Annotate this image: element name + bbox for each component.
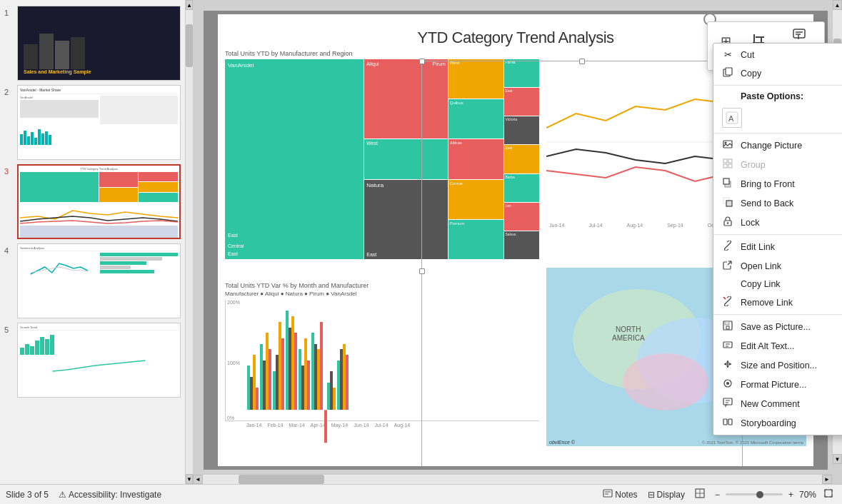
paste-option-a[interactable]: A xyxy=(722,108,742,128)
context-menu-copy[interactable]: Copy xyxy=(713,64,842,83)
slide-image-4[interactable]: Sentiment Analysis xyxy=(17,243,181,318)
svg-rect-15 xyxy=(726,68,732,75)
svg-rect-27 xyxy=(726,201,732,206)
context-menu-lock[interactable]: Lock xyxy=(713,213,842,232)
zoom-level-label: 70% xyxy=(799,490,816,500)
accessibility-icon: ⚠ xyxy=(59,490,66,500)
main-hscrollbar[interactable]: ◄ ► xyxy=(193,474,832,484)
slide-thumb-4[interactable]: 4 Sentiment Analysis xyxy=(4,243,181,318)
vscroll-down-main[interactable]: ▼ xyxy=(833,454,842,464)
view-normal-button[interactable] xyxy=(692,487,708,502)
context-menu-edit-alt-text[interactable]: Edit Alt Text... xyxy=(713,336,842,356)
main-editing-area: YTD Category Trend Analysis Total Units … xyxy=(193,0,842,484)
slide-thumb-2[interactable]: 2 VanArsdel - Market Share VanArsdel xyxy=(4,85,181,160)
svg-rect-21 xyxy=(728,159,732,163)
vscroll-track[interactable] xyxy=(186,10,193,474)
copy-label: Copy xyxy=(741,69,842,79)
zoom-plus-button[interactable]: + xyxy=(786,488,796,501)
hscroll-left[interactable]: ◄ xyxy=(193,475,203,484)
slide-number-5: 5 xyxy=(4,323,13,334)
svg-rect-10 xyxy=(793,29,805,38)
context-menu-remove-link[interactable]: Remove Link xyxy=(713,293,842,312)
format-picture-label: Format Picture... xyxy=(741,380,842,390)
bring-to-front-icon xyxy=(722,178,733,190)
remove-link-icon xyxy=(722,296,733,308)
separator-after-copy xyxy=(713,85,842,86)
svg-rect-20 xyxy=(723,159,727,163)
vscroll-down[interactable]: ▼ xyxy=(186,474,193,484)
fit-slide-button[interactable] xyxy=(821,487,836,502)
context-menu-size-position[interactable]: Size and Position... xyxy=(713,356,842,375)
change-picture-label: Change Picture xyxy=(741,141,842,151)
status-left: Slide 3 of 5 ⚠ Accessibility: Investigat… xyxy=(6,488,591,501)
context-menu-format-picture[interactable]: Format Picture... xyxy=(713,375,842,394)
vscroll-up[interactable]: ▲ xyxy=(186,0,193,10)
accessibility-button[interactable]: ⚠ Accessibility: Investigate xyxy=(56,488,164,501)
svg-point-29 xyxy=(727,222,728,223)
svg-rect-22 xyxy=(723,164,727,168)
context-menu-new-comment[interactable]: New Comment xyxy=(713,394,842,413)
svg-rect-25 xyxy=(723,178,729,184)
svg-text:A: A xyxy=(728,114,734,123)
slide-number-2: 2 xyxy=(4,85,13,96)
hscroll-thumb[interactable] xyxy=(239,475,324,484)
slide-image-3[interactable]: YTD Category Trend Analysis xyxy=(17,164,181,239)
zoom-minus-button[interactable]: − xyxy=(712,488,723,501)
size-position-label: Size and Position... xyxy=(741,361,842,371)
context-menu-save-as-picture[interactable]: Save as Picture... xyxy=(713,317,842,336)
copy-icon xyxy=(722,67,733,79)
svg-rect-50 xyxy=(723,398,732,405)
zoom-slider: − + 70% xyxy=(712,488,816,501)
display-label: Display xyxy=(657,490,685,500)
hscroll-track xyxy=(203,475,822,484)
slide-thumb-1[interactable]: 1 Sales and Marketing Sample xyxy=(4,6,181,81)
zoom-thumb[interactable] xyxy=(756,491,763,498)
display-button[interactable]: ⊟ Display xyxy=(645,488,688,501)
fit-slide-icon xyxy=(823,488,833,500)
format-picture-icon xyxy=(722,378,733,390)
slide-thumb-5[interactable]: 5 Growth Trend xyxy=(4,323,181,398)
slide-thumb-3[interactable]: 3 YTD Category Trend Analysis xyxy=(4,164,181,239)
bring-to-front-label: Bring to Front xyxy=(741,179,842,189)
context-menu-cut[interactable]: ✂ Cut xyxy=(713,46,842,64)
context-menu-send-to-back[interactable]: Send to Back › xyxy=(713,193,842,213)
slide-image-1[interactable]: Sales and Marketing Sample xyxy=(17,6,181,81)
hscroll-right[interactable]: ► xyxy=(822,475,832,484)
edit-alt-text-label: Edit Alt Text... xyxy=(741,341,842,351)
zoom-track[interactable] xyxy=(726,493,783,495)
slide-number-3: 3 xyxy=(4,164,13,176)
slide-count-label: Slide 3 of 5 xyxy=(6,490,49,500)
context-menu-open-link[interactable]: Open Link xyxy=(713,256,842,276)
paste-options-row: A xyxy=(713,105,842,131)
paste-options-label: Paste Options: xyxy=(741,91,842,101)
save-as-picture-label: Save as Picture... xyxy=(741,322,842,332)
context-menu-bring-to-front[interactable]: Bring to Front › xyxy=(713,174,842,193)
slide-image-2[interactable]: VanArsdel - Market Share VanArsdel xyxy=(17,85,181,160)
cut-icon: ✂ xyxy=(722,49,733,60)
notes-button[interactable]: Notes xyxy=(600,487,640,502)
vscroll-up-main[interactable]: ▲ xyxy=(833,0,842,10)
context-menu: ✂ Cut Copy Paste Options: xyxy=(713,43,842,435)
context-menu-edit-link[interactable]: Edit Link xyxy=(713,237,842,256)
slide-1-title: Sales and Marketing Sample xyxy=(24,69,174,74)
separator-after-links xyxy=(713,314,842,315)
paste-options-header: Paste Options: xyxy=(713,88,842,105)
svg-rect-23 xyxy=(728,164,732,168)
svg-rect-39 xyxy=(723,342,732,348)
svg-point-3 xyxy=(623,353,708,410)
slide-panel-vscroll[interactable]: ▲ ▼ xyxy=(186,0,193,484)
cut-label: Cut xyxy=(741,50,842,60)
bar-chart[interactable]: Total Units YTD Var % by Month and Manuf… xyxy=(225,282,539,446)
save-as-picture-icon xyxy=(722,321,733,333)
svg-line-33 xyxy=(728,261,731,265)
storyboarding-label: Storyboarding xyxy=(741,418,842,428)
context-menu-change-picture[interactable]: Change Picture › xyxy=(713,136,842,155)
separator-after-paste xyxy=(713,133,842,133)
slide-number-4: 4 xyxy=(4,243,13,255)
storyboarding-icon xyxy=(722,417,733,429)
slide-image-5[interactable]: Growth Trend xyxy=(17,323,181,398)
open-link-icon xyxy=(722,260,733,272)
context-menu-storyboarding[interactable]: Storyboarding › xyxy=(713,413,842,433)
context-menu-copy-link[interactable]: Copy Link xyxy=(713,276,842,293)
treemap-chart[interactable]: Total Units YTD by Manufacturer and Regi… xyxy=(225,50,539,271)
